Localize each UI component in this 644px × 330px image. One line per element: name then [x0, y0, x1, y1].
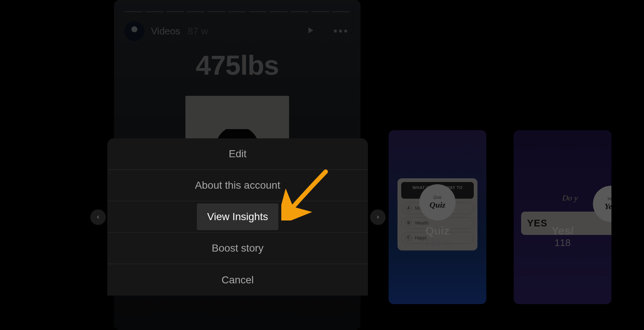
- menu-item-label: About this account: [195, 179, 280, 191]
- menu-item-label: Cancel: [221, 274, 254, 286]
- thumbnail-title: Yes/: [514, 225, 611, 237]
- thumbnail-caption: Quiz 118 w: [389, 225, 486, 249]
- menu-item-label: Boost story: [212, 242, 264, 254]
- prev-story-button[interactable]: [90, 209, 106, 225]
- menu-item-cancel[interactable]: Cancel: [107, 264, 368, 296]
- thumbnail-title: Quiz: [389, 225, 486, 237]
- next-story-button[interactable]: [370, 209, 386, 225]
- thumbnail-age: 118 w: [389, 237, 486, 249]
- thumbnail-age: 118: [514, 237, 611, 249]
- menu-item-edit[interactable]: Edit: [107, 138, 368, 170]
- thumbnail-caption: Yes/ 118: [514, 225, 611, 249]
- menu-item-about-account[interactable]: About this account: [107, 170, 368, 201]
- story-thumbnail[interactable]: WHAT IS ▬▬▬ WAY TO▬▬▬▬ ? A Mo B Wealth C…: [389, 130, 486, 304]
- menu-item-label: Edit: [229, 148, 246, 160]
- action-sheet: Edit About this account View Insights Bo…: [107, 138, 368, 296]
- menu-item-boost-story[interactable]: Boost story: [107, 233, 368, 264]
- menu-item-label: View Insights: [197, 203, 278, 230]
- highlight-cover-icon: Quiz Quiz: [419, 184, 456, 220]
- story-thumbnail[interactable]: Do y YES Yes/ Yes/ Yes/ 118: [514, 130, 611, 304]
- menu-item-view-insights[interactable]: View Insights: [107, 201, 368, 233]
